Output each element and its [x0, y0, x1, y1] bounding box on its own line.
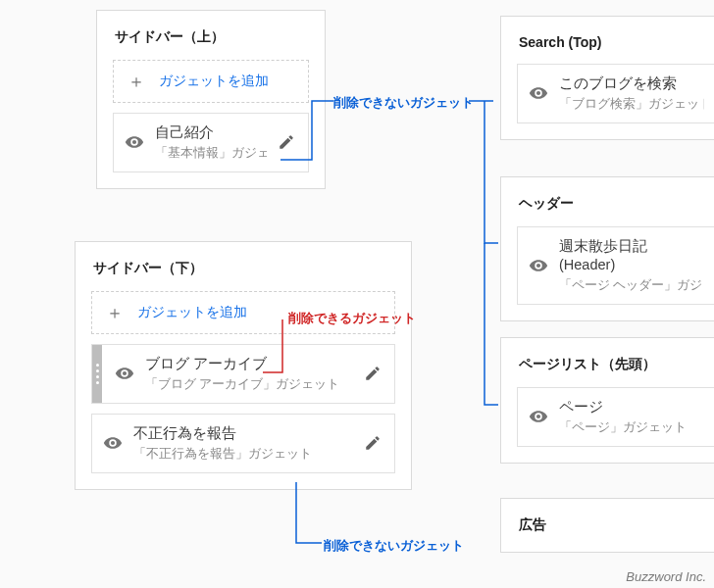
gadget-text: 週末散歩日記 (Header) 「ページ ヘッダー」ガジェット — [559, 237, 704, 294]
gadget-text: ページ 「ページ」ガジェット — [559, 398, 704, 436]
visibility-icon[interactable] — [528, 255, 549, 276]
gadget-subtitle: 「基本情報」ガジェット — [155, 145, 267, 162]
gadget-subtitle: 「ページ ヘッダー」ガジェット — [559, 277, 704, 294]
panel-search-top: Search (Top) このブログを検索 「ブログ検索」ガジェット — [500, 16, 714, 140]
gadget-subtitle: 「ブログ アーカイブ」ガジェット — [145, 376, 353, 393]
panel-pagelist: ページリスト（先頭） ページ 「ページ」ガジェット — [500, 337, 714, 464]
visibility-icon[interactable] — [528, 82, 549, 104]
visibility-icon[interactable] — [114, 363, 135, 384]
gadget-title: 週末散歩日記 (Header) — [559, 237, 704, 274]
gadget-text: このブログを検索 「ブログ検索」ガジェット — [559, 74, 704, 113]
add-gadget-label: ガジェットを追加 — [159, 73, 269, 90]
gadget-item[interactable]: 不正行為を報告 「不正行為を報告」ガジェット — [91, 414, 395, 473]
gadget-subtitle: 「ページ」ガジェット — [559, 419, 704, 436]
gadget-text: 自己紹介 「基本情報」ガジェット — [155, 123, 267, 162]
edit-icon[interactable] — [363, 433, 382, 453]
panel-ads: 広告 — [500, 498, 714, 553]
panel-sidebar-bottom: サイドバー（下） ＋ ガジェットを追加 ブログ アーカイブ 「ブログ アーカイブ… — [75, 241, 412, 490]
visibility-icon[interactable] — [102, 432, 124, 454]
gadget-item[interactable]: 週末散歩日記 (Header) 「ページ ヘッダー」ガジェット — [517, 226, 714, 305]
panel-title: 広告 — [519, 516, 714, 534]
gadget-subtitle: 「ブログ検索」ガジェット — [559, 96, 704, 113]
gadget-text: 不正行為を報告 「不正行為を報告」ガジェット — [133, 424, 353, 463]
visibility-icon[interactable] — [124, 131, 145, 153]
panel-sidebar-top: サイドバー（上） ＋ ガジェットを追加 自己紹介 「基本情報」ガジェット — [96, 10, 326, 189]
annotation-cannot-delete2: 削除できないガジェット — [324, 537, 464, 555]
add-gadget-button[interactable]: ＋ ガジェットを追加 — [113, 60, 309, 103]
panel-title: サイドバー（上） — [115, 28, 309, 46]
panel-title: Search (Top) — [519, 34, 714, 50]
panel-title: サイドバー（下） — [93, 260, 395, 277]
gadget-title: 不正行為を報告 — [133, 424, 353, 443]
plus-icon: ＋ — [128, 73, 145, 90]
edit-icon[interactable] — [363, 364, 382, 383]
gadget-subtitle: 「不正行為を報告」ガジェット — [133, 446, 353, 463]
gadget-text: ブログ アーカイブ 「ブログ アーカイブ」ガジェット — [145, 355, 353, 393]
plus-icon: ＋ — [106, 304, 124, 321]
drag-handle[interactable] — [92, 345, 102, 403]
panel-header: ヘッダー 週末散歩日記 (Header) 「ページ ヘッダー」ガジェット — [500, 176, 714, 321]
annotation-cannot-delete1: 削除できないガジェット — [333, 94, 474, 112]
gadget-title: ページ — [559, 398, 704, 416]
edit-icon[interactable] — [277, 132, 296, 152]
add-gadget-button[interactable]: ＋ ガジェットを追加 — [91, 291, 395, 334]
panel-title: ヘッダー — [519, 195, 714, 213]
add-gadget-label: ガジェットを追加 — [137, 304, 247, 321]
brand-watermark: Buzzword Inc. — [626, 569, 706, 584]
gadget-title: このブログを検索 — [559, 74, 704, 93]
visibility-icon[interactable] — [528, 406, 549, 427]
gadget-item[interactable]: ブログ アーカイブ 「ブログ アーカイブ」ガジェット — [91, 344, 395, 404]
gadget-item[interactable]: ページ 「ページ」ガジェット — [517, 387, 714, 447]
gadget-item[interactable]: 自己紹介 「基本情報」ガジェット — [113, 113, 309, 172]
gadget-title: 自己紹介 — [155, 123, 267, 142]
panel-title: ページリスト（先頭） — [519, 356, 714, 373]
gadget-item[interactable]: このブログを検索 「ブログ検索」ガジェット — [517, 64, 714, 123]
gadget-title: ブログ アーカイブ — [145, 355, 353, 373]
